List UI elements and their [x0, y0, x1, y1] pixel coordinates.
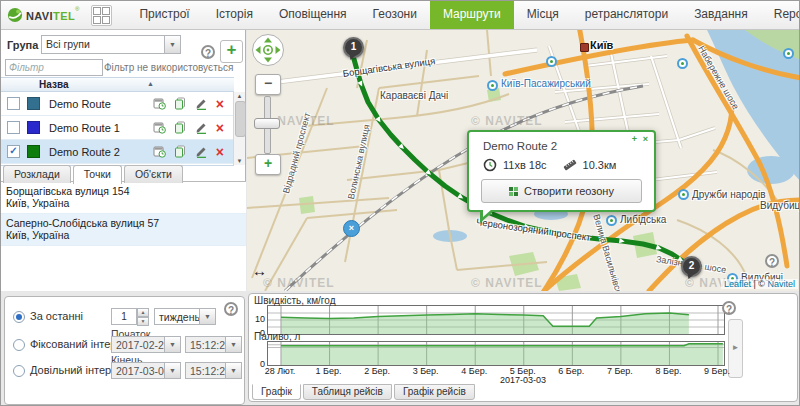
table-row[interactable]: Demo Route ×: [1, 92, 234, 116]
column-header-name[interactable]: Назва: [39, 79, 68, 90]
add-route-button[interactable]: +: [220, 40, 243, 63]
tab-objects[interactable]: Об'єкти: [124, 165, 183, 183]
point-city: Київ, Україна: [6, 229, 241, 241]
navitel-monitoring-app: NAVITEL® Пристрої Історія Оповіщення Гео…: [0, 0, 800, 406]
group-select[interactable]: Всі групи ▼: [41, 35, 181, 54]
tab-schedules[interactable]: Розклади: [3, 165, 71, 183]
start-date-value: 2017-02-27: [112, 337, 164, 352]
menu-item-places[interactable]: Місця: [514, 1, 572, 29]
sidebar-help-icon[interactable]: ?: [201, 45, 215, 59]
list-item[interactable]: Саперно-Слобідська вулиця 57 Київ, Украї…: [1, 214, 246, 246]
row-actions: ×: [153, 97, 224, 110]
time-range-panel: ? За останні ▲▼ тиждень ▼ Початок Фіксов…: [4, 296, 245, 405]
radio-custom-interval[interactable]: [13, 365, 25, 377]
popup-close-icon[interactable]: ×: [643, 135, 648, 144]
main-menu: Пристрої Історія Оповіщення Геозони Марш…: [126, 1, 800, 29]
table-row[interactable]: Demo Route 1 ×: [1, 116, 234, 140]
map-pan-control[interactable]: [251, 33, 285, 67]
chevron-down-icon[interactable]: ▼: [164, 363, 180, 378]
navitel-logo[interactable]: NAVITEL®: [1, 6, 85, 24]
metro-icon[interactable]: [678, 189, 689, 200]
route-start-marker[interactable]: 1: [343, 37, 364, 58]
expand-horizontal-icon[interactable]: ↔: [252, 262, 267, 279]
end-date-select[interactable]: 2017-03-06 ▼: [111, 362, 181, 379]
routes-table: Demo Route × Demo Route 1 ×: [1, 92, 234, 166]
poi-icon[interactable]: [677, 58, 688, 69]
period-count-stepper[interactable]: ▲▼: [137, 308, 149, 325]
airport-icon[interactable]: ×: [343, 220, 360, 237]
route-end-marker[interactable]: 2: [681, 256, 702, 277]
map-help-icon[interactable]: ?: [765, 254, 779, 268]
menu-item-geozones[interactable]: Геозони: [360, 1, 430, 29]
leaflet-link[interactable]: Leaflet: [724, 279, 751, 289]
map-attribution: Leaflet | © Navitel: [721, 279, 798, 289]
period-unit-select[interactable]: тиждень ▼: [154, 308, 216, 325]
routes-table-header[interactable]: Назва ▲: [1, 77, 234, 92]
menu-item-repeaters[interactable]: ретранслятори: [572, 1, 681, 29]
charts-help-icon[interactable]: ?: [722, 301, 736, 315]
list-item[interactable]: Борщагівська вулиця 154 Київ, Україна: [1, 182, 246, 214]
poi-icon[interactable]: [783, 48, 794, 59]
tab-points[interactable]: Точки: [73, 165, 122, 184]
map-panel[interactable]: © NAVITEL © NAVITEL © NAVITEL © NAVITEL …: [247, 30, 800, 291]
zoom-in-button[interactable]: +: [255, 154, 281, 175]
tab-trip-table[interactable]: Таблиця рейсів: [303, 384, 392, 400]
popup-add-icon[interactable]: +: [632, 135, 637, 144]
delete-icon[interactable]: ×: [216, 122, 224, 134]
tab-graph[interactable]: Графік: [252, 384, 301, 400]
menu-item-reports[interactable]: Reports: [761, 1, 800, 29]
x-axis-tick: 1 Бер.: [305, 366, 353, 376]
copy-icon[interactable]: [174, 121, 187, 134]
radio-fixed-interval[interactable]: [13, 339, 25, 351]
delete-icon[interactable]: ×: [216, 146, 224, 158]
period-count-input[interactable]: [111, 308, 137, 325]
navitel-link[interactable]: Navitel: [767, 279, 795, 289]
chevron-down-icon[interactable]: ▼: [164, 36, 180, 53]
poi-icon[interactable]: [546, 56, 557, 67]
edit-icon[interactable]: [195, 145, 208, 158]
create-geozone-button[interactable]: Створити геозону: [481, 179, 642, 203]
zoom-out-button[interactable]: −: [255, 74, 281, 95]
tab-trip-graph[interactable]: Графік рейсів: [394, 384, 475, 400]
period-unit-value: тиждень: [155, 309, 199, 324]
edit-icon[interactable]: [195, 97, 208, 110]
menu-item-devices[interactable]: Пристрої: [126, 1, 202, 29]
end-time-value: 15:12:29: [186, 363, 225, 378]
time-panel-help-icon[interactable]: ?: [224, 302, 238, 316]
route-checkbox[interactable]: [7, 121, 20, 134]
route-checkbox[interactable]: [7, 145, 20, 158]
schedule-icon[interactable]: [153, 145, 166, 158]
scrollbar-thumb[interactable]: [235, 101, 246, 137]
route-name: Demo Route: [49, 98, 153, 110]
menu-item-history[interactable]: Історія: [203, 1, 266, 29]
layout-grid-icon[interactable]: [91, 5, 112, 26]
filter-input[interactable]: [5, 59, 103, 76]
edit-icon[interactable]: [195, 121, 208, 134]
schedule-icon[interactable]: [153, 97, 166, 110]
copy-icon[interactable]: [174, 145, 187, 158]
chevron-down-icon[interactable]: ▼: [225, 337, 241, 352]
delete-icon[interactable]: ×: [216, 98, 224, 110]
start-date-select[interactable]: 2017-02-27 ▼: [111, 336, 181, 353]
menu-item-routes[interactable]: Маршрути: [430, 1, 514, 29]
end-time-select[interactable]: 15:12:29 ▼: [185, 362, 242, 379]
route-color-swatch: [27, 121, 40, 134]
brand-text: NAVITEL®: [26, 6, 79, 24]
table-scrollbar[interactable]: ▲ ▼: [233, 92, 245, 165]
chevron-down-icon[interactable]: ▼: [225, 363, 241, 378]
start-time-select[interactable]: 15:12:29 ▼: [185, 336, 242, 353]
scroll-down-icon[interactable]: ▼: [234, 158, 245, 164]
zoom-slider-handle[interactable]: [254, 118, 280, 129]
route-checkbox[interactable]: [7, 97, 20, 110]
copy-icon[interactable]: [174, 97, 187, 110]
metro-icon[interactable]: [606, 215, 617, 226]
chevron-down-icon[interactable]: ▼: [199, 309, 215, 324]
menu-item-alerts[interactable]: Оповіщення: [266, 1, 360, 29]
radio-last-period[interactable]: [13, 311, 25, 323]
chevron-down-icon[interactable]: ▼: [164, 337, 180, 352]
table-row[interactable]: Demo Route 2 ×: [1, 140, 234, 164]
scroll-up-icon[interactable]: ▲: [234, 93, 245, 99]
menu-item-tasks[interactable]: Завдання: [681, 1, 761, 29]
station-icon[interactable]: [487, 80, 498, 91]
schedule-icon[interactable]: [153, 121, 166, 134]
